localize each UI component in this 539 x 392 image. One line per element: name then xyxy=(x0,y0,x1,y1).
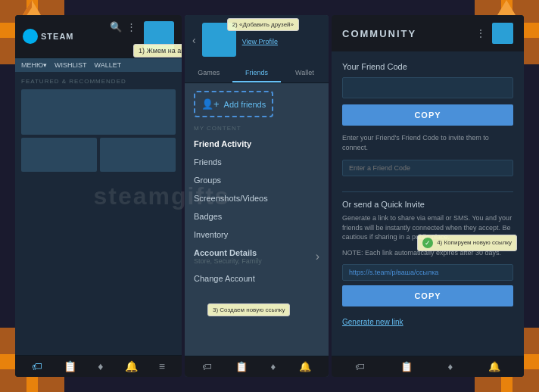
profile-header: ‹ View Profile 2) «Добавить друзей» xyxy=(185,15,329,64)
nav-wallet[interactable]: WALLET xyxy=(95,61,122,69)
annotation-step2: 2) «Добавить друзей» xyxy=(227,18,299,31)
copy-link-button[interactable]: COPY xyxy=(342,285,513,306)
friend-code-input[interactable] xyxy=(342,77,513,98)
quick-invite-title: Or send a Quick Invite xyxy=(342,200,513,209)
community-header: COMMUNITY ⋮ xyxy=(332,15,524,51)
menu-friends[interactable]: Friends xyxy=(185,153,329,171)
enter-friend-code-desc: Enter your Friend's Friend Code to invit… xyxy=(342,133,513,152)
community-menu-icon[interactable]: ⋮ xyxy=(475,27,486,39)
taskbar-lines-icon[interactable]: ≡ xyxy=(159,360,165,372)
view-profile-container: View Profile 2) «Добавить друзей» xyxy=(242,33,278,47)
game-thumb-row xyxy=(21,138,176,172)
taskbar-tag-icon[interactable]: 🏷 xyxy=(32,360,42,372)
nav-menu[interactable]: МЕНЮ▾ xyxy=(21,61,47,69)
steam-logo-text: STEAM xyxy=(41,32,74,41)
steam-logo-icon xyxy=(23,29,38,44)
copy-friend-code-button[interactable]: COPY xyxy=(342,104,513,126)
main-container: STEAM 🔍 ⋮ 1) Жмем на аватарку МЕНЮ▾ WISH… xyxy=(15,15,524,377)
ctaskbar-list-icon[interactable]: 📋 xyxy=(400,361,413,372)
profile-taskbar: 🏷 📋 ♦ 🔔 xyxy=(185,356,329,377)
copy-link-area: ✓ 4) Копируем новую ссылку NOTE: Each li… xyxy=(342,248,513,314)
menu-groups[interactable]: Groups xyxy=(185,171,329,189)
profile-tabs: Games Friends Wallet xyxy=(185,64,329,83)
back-button[interactable]: ‹ xyxy=(192,34,196,46)
community-avatar xyxy=(492,23,513,44)
menu-account-details[interactable]: Account Details Store, Security, Family … xyxy=(185,244,329,269)
steam-header-icons: 🔍 ⋮ 1) Жмем на аватарку xyxy=(110,21,174,51)
annotation-step3: 3) Создаем новую ссылку xyxy=(207,303,290,316)
search-icon[interactable]: 🔍 xyxy=(110,21,122,51)
account-details-title: Account Details xyxy=(194,248,262,257)
game-thumb-small-2 xyxy=(100,138,176,172)
add-friends-icon: 👤+ xyxy=(201,98,220,110)
ptaskbar-list-icon[interactable]: 📋 xyxy=(235,361,248,372)
tab-wallet[interactable]: Wallet xyxy=(281,64,329,82)
avatar-container: 1) Жмем на аватарку xyxy=(141,21,174,51)
steam-content: FEATURED & RECOMMENDED xyxy=(15,72,182,355)
annotation-step1: 1) Жмем на аватарку xyxy=(133,44,182,58)
ptaskbar-diamond-icon[interactable]: ♦ xyxy=(270,361,276,372)
enter-friend-code-input[interactable] xyxy=(342,160,513,176)
link-url-display: https://s.team/p/ваша/ccылка xyxy=(342,264,513,281)
featured-label: FEATURED & RECOMMENDED xyxy=(21,78,176,85)
annotation-step4: ✓ 4) Копируем новую ссылку xyxy=(417,235,517,251)
steam-panel: STEAM 🔍 ⋮ 1) Жмем на аватарку МЕНЮ▾ WISH… xyxy=(15,15,182,377)
tab-games[interactable]: Games xyxy=(185,64,232,82)
divider xyxy=(342,191,513,192)
menu-badges[interactable]: Badges xyxy=(185,207,329,226)
add-friends-button[interactable]: 👤+ Add friends xyxy=(194,91,273,117)
steam-header: STEAM 🔍 ⋮ 1) Жмем на аватарку xyxy=(15,15,182,58)
menu-inventory[interactable]: Inventory xyxy=(185,226,329,244)
steam-nav: МЕНЮ▾ WISHLIST WALLET xyxy=(15,58,182,72)
game-thumb-main xyxy=(21,89,176,135)
ptaskbar-tag-icon[interactable]: 🏷 xyxy=(202,361,212,372)
community-taskbar: 🏷 📋 ♦ 🔔 xyxy=(332,356,524,377)
community-panel: COMMUNITY ⋮ Your Friend Code COPY Enter … xyxy=(332,15,524,377)
nav-wishlist[interactable]: WISHLIST xyxy=(55,61,87,69)
ptaskbar-bell-icon[interactable]: 🔔 xyxy=(299,361,311,372)
my-content-label: MY CONTENT xyxy=(185,125,329,132)
menu-friend-activity[interactable]: Friend Activity xyxy=(185,135,329,153)
view-profile-button[interactable]: View Profile xyxy=(242,38,278,45)
community-title: COMMUNITY xyxy=(342,28,416,39)
account-details-subtitle: Store, Security, Family xyxy=(194,257,262,265)
taskbar-bell-icon[interactable]: 🔔 xyxy=(125,360,138,372)
menu-change-account[interactable]: Change Account xyxy=(185,269,329,288)
steam-logo: STEAM xyxy=(23,29,74,44)
menu-screenshots[interactable]: Screenshots/Videos xyxy=(185,189,329,207)
taskbar-diamond-icon[interactable]: ♦ xyxy=(98,360,103,372)
check-icon: ✓ xyxy=(422,238,433,248)
profile-panel: ‹ View Profile 2) «Добавить друзей» Game… xyxy=(185,15,329,377)
ctaskbar-diamond-icon[interactable]: ♦ xyxy=(447,361,453,372)
note-highlight: NOTE: Each link xyxy=(342,249,393,257)
friend-code-label: Your Friend Code xyxy=(342,62,513,71)
generate-new-link-button[interactable]: Generate new link xyxy=(342,315,403,329)
game-thumb-small-1 xyxy=(21,138,97,172)
community-content: Your Friend Code COPY Enter your Friend'… xyxy=(332,51,524,356)
community-header-right: ⋮ xyxy=(475,23,513,44)
chevron-right-icon: › xyxy=(316,250,319,263)
tab-friends[interactable]: Friends xyxy=(232,64,280,82)
add-friends-label: Add friends xyxy=(224,100,266,109)
game-thumbnails xyxy=(21,89,176,172)
ctaskbar-tag-icon[interactable]: 🏷 xyxy=(355,361,365,372)
ctaskbar-bell-icon[interactable]: 🔔 xyxy=(488,361,500,372)
taskbar-list-icon[interactable]: 📋 xyxy=(64,360,76,372)
steam-taskbar: 🏷 📋 ♦ 🔔 ≡ xyxy=(15,355,182,377)
